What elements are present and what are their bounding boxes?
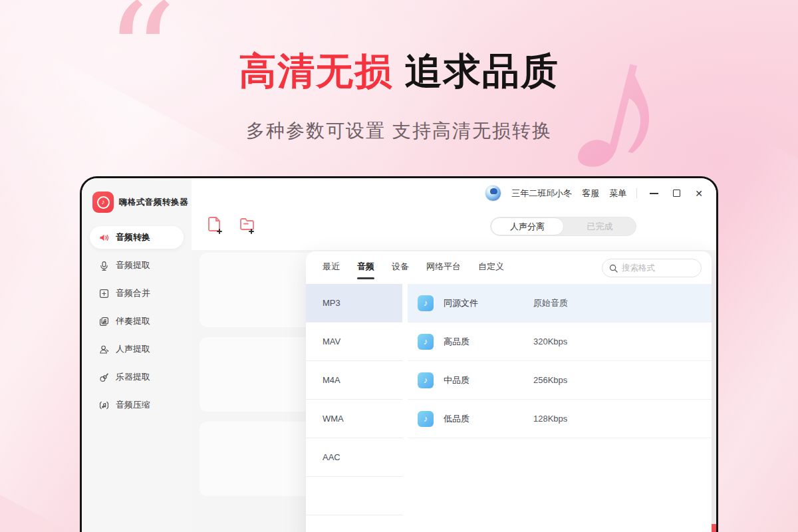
window-controls: ✕ bbox=[650, 189, 703, 198]
sidebar-item-label: 伴奏提取 bbox=[116, 315, 150, 327]
sidebar-item-label: 人声提取 bbox=[116, 343, 150, 355]
search-icon bbox=[609, 264, 618, 273]
sidebar-item-label: 乐器提取 bbox=[116, 371, 150, 383]
tab-custom[interactable]: 自定义 bbox=[478, 261, 504, 279]
mode-segmented-control: 人声分离 已完成 bbox=[490, 217, 636, 236]
tab-device[interactable]: 设备 bbox=[392, 261, 409, 279]
hero-title-rest: 追求品质 bbox=[393, 50, 559, 92]
app-brand: ♪ 嗨格式音频转换器 bbox=[92, 192, 188, 213]
quality-bitrate: 320Kbps bbox=[533, 336, 567, 346]
quality-name: 低品质 bbox=[444, 413, 533, 425]
maximize-button[interactable] bbox=[673, 190, 680, 197]
quality-row-empty bbox=[408, 438, 712, 477]
tab-vocal-separation[interactable]: 人声分离 bbox=[491, 217, 564, 235]
format-row-mav[interactable]: MAV bbox=[306, 323, 402, 361]
tab-completed[interactable]: 已完成 bbox=[564, 217, 636, 235]
quality-bitrate: 原始音质 bbox=[533, 297, 568, 309]
microphone-icon bbox=[98, 259, 110, 271]
close-button[interactable]: ✕ bbox=[695, 189, 703, 198]
speaker-icon bbox=[98, 231, 110, 243]
compress-icon bbox=[98, 399, 110, 411]
sidebar-item-vocal-extract[interactable]: 人声提取 bbox=[90, 338, 184, 360]
music-note-icon: ♪ bbox=[418, 372, 434, 388]
hero-subtitle: 多种参数可设置 支持高清无损转换 bbox=[0, 118, 798, 144]
tab-audio[interactable]: 音频 bbox=[357, 261, 374, 279]
quality-name: 同源文件 bbox=[444, 297, 533, 309]
merge-icon bbox=[98, 287, 110, 299]
sidebar: ♪ 嗨格式音频转换器 音频转换 音频提取 bbox=[82, 178, 192, 532]
hero-title: 高清无损 追求品质 bbox=[0, 47, 798, 97]
hero-section: 高清无损 追求品质 多种参数可设置 支持高清无损转换 bbox=[0, 47, 798, 144]
tab-recent[interactable]: 最近 bbox=[323, 261, 340, 279]
quality-name: 中品质 bbox=[444, 374, 533, 386]
format-row-wma[interactable]: WMA bbox=[306, 400, 402, 438]
app-window: ♪ 嗨格式音频转换器 音频转换 音频提取 bbox=[80, 176, 718, 532]
quality-bitrate: 256Kbps bbox=[533, 375, 567, 385]
hero-title-highlight: 高清无损 bbox=[239, 50, 393, 92]
tab-platform[interactable]: 网络平台 bbox=[426, 261, 461, 279]
format-row-empty bbox=[306, 477, 402, 515]
format-tabs: 最近 音频 设备 网络平台 自定义 bbox=[323, 261, 504, 279]
format-panel: 最近 音频 设备 网络平台 自定义 MP3 MAV M4A WMA bbox=[306, 251, 712, 532]
titlebar-divider bbox=[636, 188, 637, 198]
instrument-icon bbox=[98, 371, 110, 383]
sidebar-item-audio-compress[interactable]: 音频压缩 bbox=[90, 394, 184, 416]
sidebar-item-audio-convert[interactable]: 音频转换 bbox=[90, 226, 184, 249]
sidebar-item-accompaniment-extract[interactable]: 伴奏提取 bbox=[90, 310, 184, 332]
format-row-mp3[interactable]: MP3 bbox=[306, 284, 402, 323]
sidebar-item-label: 音频提取 bbox=[116, 259, 150, 271]
quality-row-medium[interactable]: ♪ 中品质 256Kbps bbox=[408, 361, 712, 400]
sidebar-item-audio-merge[interactable]: 音频合并 bbox=[90, 282, 184, 305]
username: 三年二班邱小冬 bbox=[511, 188, 572, 200]
vocal-icon bbox=[98, 343, 110, 355]
music-note-icon: ♪ bbox=[418, 295, 434, 311]
sidebar-item-label: 音频合并 bbox=[116, 287, 150, 299]
music-note-icon: ♪ bbox=[418, 334, 434, 350]
format-row-m4a[interactable]: M4A bbox=[306, 361, 402, 400]
sidebar-nav: 音频转换 音频提取 音频合并 bbox=[82, 226, 192, 422]
support-link[interactable]: 客服 bbox=[582, 188, 599, 200]
quality-row-high[interactable]: ♪ 高品质 320Kbps bbox=[408, 323, 712, 361]
quality-name: 高品质 bbox=[444, 336, 533, 348]
music-note-icon: ♪ bbox=[418, 411, 434, 427]
sidebar-item-label: 音频转换 bbox=[116, 231, 150, 243]
logo-note-glyph: ♪ bbox=[97, 196, 110, 209]
search-box[interactable] bbox=[602, 259, 702, 277]
sidebar-item-label: 音频压缩 bbox=[116, 399, 150, 411]
avatar[interactable] bbox=[485, 185, 501, 201]
minimize-button[interactable] bbox=[650, 193, 658, 194]
format-column: MP3 MAV M4A WMA AAC bbox=[306, 284, 402, 532]
app-logo-icon: ♪ bbox=[92, 192, 114, 213]
app-title: 嗨格式音频转换器 bbox=[119, 197, 188, 208]
format-row-aac[interactable]: AAC bbox=[306, 438, 402, 477]
quality-column: ♪ 同源文件 原始音质 ♪ 高品质 320Kbps ♪ 中品质 256K bbox=[408, 284, 712, 532]
main-area: 伴奏提取 快速模式 伴奏提取 快速模式 伴奏提取 快速模式 三年二班邱小冬 客服… bbox=[192, 178, 716, 532]
add-file-button[interactable] bbox=[206, 215, 224, 235]
sidebar-item-audio-extract[interactable]: 音频提取 bbox=[90, 254, 184, 277]
sidebar-item-instrument-extract[interactable]: 乐器提取 bbox=[90, 366, 184, 388]
menu-link[interactable]: 菜单 bbox=[609, 188, 626, 200]
quality-row-low[interactable]: ♪ 低品质 128Kbps bbox=[408, 400, 712, 438]
titlebar: 三年二班邱小冬 客服 菜单 ✕ bbox=[485, 185, 703, 201]
accompaniment-icon bbox=[98, 315, 110, 327]
add-folder-button[interactable] bbox=[238, 215, 256, 235]
quality-row-source[interactable]: ♪ 同源文件 原始音质 bbox=[408, 284, 712, 323]
format-list: MP3 MAV M4A WMA AAC ♪ 同源文件 原始音质 bbox=[306, 284, 712, 532]
search-input[interactable] bbox=[622, 263, 694, 273]
quality-bitrate: 128Kbps bbox=[533, 414, 567, 424]
page-background: ♪ “ 高清无损 追求品质 多种参数可设置 支持高清无损转换 ♪ 嗨格式音频转换… bbox=[0, 0, 798, 532]
